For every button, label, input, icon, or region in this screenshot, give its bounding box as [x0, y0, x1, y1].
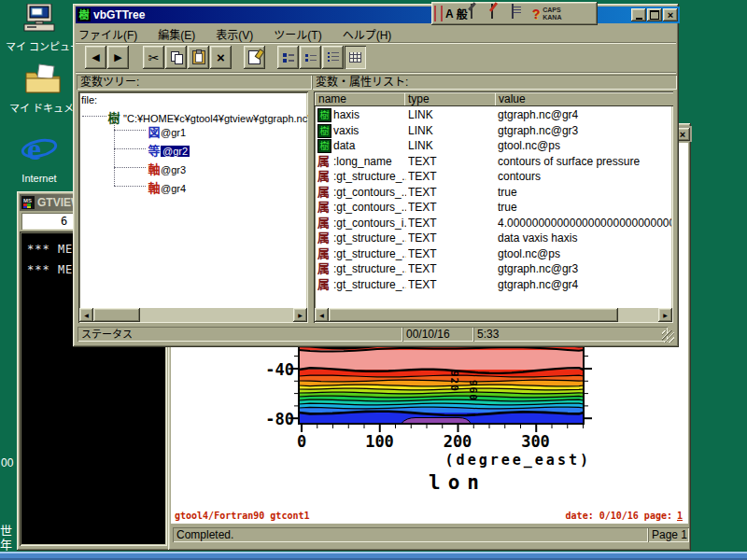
contour-label: 960 [467, 380, 479, 401]
tree-item-gr3[interactable]: 軸@gr3 [148, 160, 186, 177]
ime-input-mode-button[interactable]: A [445, 7, 454, 21]
desktop-icon-label: マイ コンピュータ [6, 38, 73, 53]
plot-page-number: 1 [677, 511, 683, 521]
scroll-right-arrow[interactable]: ▶ [293, 308, 307, 322]
status-date: 00/10/16 [402, 327, 473, 342]
desktop-icon-label: Internet [6, 173, 73, 184]
close-button[interactable]: × [663, 8, 678, 21]
toolbar: ◀ ▶ ✂ × [76, 44, 676, 72]
tree-connector [114, 148, 146, 149]
copy-button[interactable] [165, 46, 187, 69]
minimize-button[interactable] [631, 8, 646, 21]
details-view-icon [349, 52, 361, 63]
attribute-row[interactable]: 属:long_nameTEXTcontours of surface press… [315, 154, 672, 169]
resize-grip[interactable] [662, 330, 674, 343]
cell-value: gtgraph.nc@gr4 [498, 107, 671, 122]
attribute-row[interactable]: 樹vaxisLINKgtgraph.nc@gr3 [315, 123, 672, 138]
cell-type: TEXT [408, 246, 494, 261]
menu-help[interactable]: ヘルプ(H) [343, 26, 392, 42]
cell-type: TEXT [408, 231, 494, 245]
dictionary-icon [491, 4, 493, 19]
tree-item-gr1[interactable]: 図@gr1 [148, 122, 186, 140]
attribute-row[interactable]: 属:gt_contours_i...TEXT4.0000000000000000… [315, 216, 672, 231]
separator [76, 72, 676, 74]
large-icons-icon [283, 53, 294, 63]
menu-tools[interactable]: ツール(T) [274, 26, 321, 42]
details-view-button[interactable] [345, 46, 366, 69]
cell-value: gtgraph.nc@gr3 [498, 261, 671, 276]
attribute-row[interactable]: 属:gt_contours_...TEXTtrue [315, 200, 672, 215]
attr-hscrollbar[interactable]: ◀ ▶ [315, 308, 672, 322]
cell-type: TEXT [408, 154, 494, 169]
tree-item-label: @gr3 [161, 164, 186, 175]
maximize-button[interactable] [647, 8, 662, 21]
tree-item-gr4[interactable]: 軸@gr4 [148, 178, 186, 196]
file-label: file: [81, 94, 97, 105]
status-text: ステータス [78, 327, 402, 342]
ime-help-button[interactable]: ? [532, 7, 541, 21]
column-header-type[interactable]: type [404, 92, 499, 106]
svg-text:MS: MS [23, 198, 32, 203]
desktop-icon-internet[interactable]: e Internet [6, 131, 73, 184]
cell-value: contours of surface pressure [498, 154, 671, 169]
attribute-panel-label: 変数・属性リスト: [312, 75, 677, 90]
scroll-right-arrow[interactable]: ▶ [658, 308, 672, 322]
tree-item-gr2[interactable]: 等@gr2 [148, 141, 190, 159]
ytick-label: -80 [253, 410, 294, 428]
attribute-row[interactable]: 樹dataLINKgtool.nc@ps [315, 138, 672, 153]
cell-value: gtool.nc@ps [498, 138, 671, 153]
notepad-icon [512, 4, 514, 19]
variable-tree-panel[interactable]: file: 樹 "C:¥HOME¥c¥gtool4¥gtview¥gtgraph… [78, 91, 308, 323]
list-view-button[interactable] [322, 46, 344, 69]
menu-file[interactable]: ファイル(F) [78, 26, 137, 42]
x-axis-unit: (degree_east) [395, 452, 591, 469]
cell-type: LINK [408, 123, 494, 138]
ime-dictionary-button[interactable] [491, 5, 509, 22]
cell-name: :gt_contours_i... [333, 216, 406, 231]
ime-drag-handle[interactable] [434, 6, 443, 21]
scroll-thumb[interactable] [93, 308, 140, 322]
cut-button[interactable]: ✂ [143, 46, 164, 69]
desktop-fragment: 年 [0, 535, 12, 553]
attribute-row[interactable]: 属:gt_contours_...TEXTtrue [315, 185, 672, 200]
column-header-name[interactable]: name [315, 92, 408, 106]
paste-button[interactable] [188, 46, 209, 69]
ime-conversion-mode-button[interactable]: 般 [457, 6, 468, 21]
menu-view[interactable]: 表示(V) [216, 26, 253, 42]
x-axis-title: lon [406, 471, 509, 494]
ime-pad-button[interactable] [471, 5, 488, 22]
attribute-row[interactable]: 属:gt_structure_...TEXTgtgraph.nc@gr4 [315, 277, 672, 292]
list-view-icon [328, 52, 339, 63]
tree-hscrollbar[interactable]: ◀ ▶ [79, 308, 307, 322]
ime-properties-button[interactable] [512, 5, 529, 22]
attribute-list-panel[interactable]: name type value 樹haxisLINKgtgraph.nc@gr4… [314, 91, 673, 323]
forward-button[interactable]: ▶ [107, 46, 129, 69]
scroll-thumb[interactable] [329, 308, 618, 322]
menu-edit[interactable]: 編集(E) [158, 26, 195, 42]
internet-explorer-icon: e [20, 131, 59, 168]
large-icons-button[interactable] [277, 46, 299, 69]
delete-icon: × [217, 49, 225, 65]
attribute-row[interactable]: 属:gt_structure_...TEXTgtool.nc@ps [315, 246, 672, 261]
column-header-value[interactable]: value [495, 92, 673, 106]
attribute-row[interactable]: 属:gt_structure_...TEXTgtgraph.nc@gr3 [315, 261, 672, 276]
properties-button[interactable] [244, 46, 265, 69]
tree-connector [114, 121, 115, 186]
delete-button[interactable]: × [210, 46, 232, 69]
scroll-left-arrow[interactable]: ◀ [315, 308, 329, 322]
taskbar-edge[interactable] [0, 552, 747, 560]
back-button[interactable]: ◀ [85, 46, 106, 69]
attribute-row[interactable]: 属:gt_structure_...TEXTdata vaxis haxis [315, 231, 672, 245]
link-icon: 樹 [317, 108, 331, 122]
scroll-left-arrow[interactable]: ◀ [79, 308, 93, 322]
cell-name: data [333, 138, 406, 153]
tree-root-item[interactable]: 樹 "C:¥HOME¥c¥gtool4¥gtview¥gtgraph.nc" [107, 108, 308, 126]
attribute-row[interactable]: 樹haxisLINKgtgraph.nc@gr4 [315, 107, 672, 122]
attribute-row[interactable]: 属:gt_structure_...TEXTcontours [315, 169, 672, 184]
cell-name: :gt_contours_... [333, 185, 406, 200]
cell-value: gtool.nc@ps [498, 246, 671, 261]
small-icons-button[interactable] [300, 46, 321, 69]
plot-statusbar: Completed. Page 1 [171, 525, 688, 548]
desktop-icon-my-documents[interactable]: マイ ドキュメント [9, 63, 77, 115]
desktop-icon-my-computer[interactable]: マイ コンピュータ [6, 4, 73, 53]
